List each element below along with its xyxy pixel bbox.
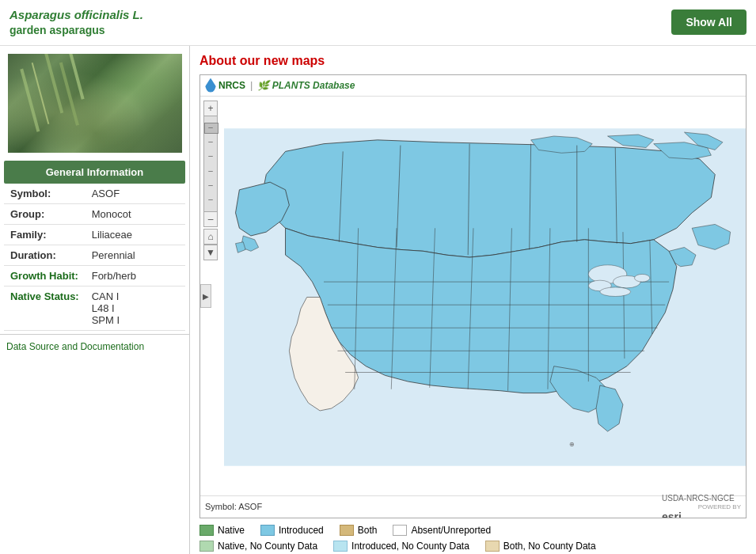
info-table-body: Symbol:ASOFGroup:MonocotFamily:Liliaceae… [4,184,185,331]
plant-image [8,54,182,153]
plants-db-logo: 🌿 PLANTS Database [257,80,355,91]
info-table-row: Duration:Perennial [4,245,185,265]
info-field-label: Duration: [4,245,85,265]
info-table-row: Family:Liliaceae [4,224,185,245]
legend-swatch-both-no-county [485,541,500,552]
nrcs-water-drop-icon [205,78,216,93]
legend-swatch-introduced-no-county [333,541,348,552]
main-content: General Information Symbol:ASOFGroup:Mon… [0,46,756,554]
legend-item-both-no-county: Both, No County Data [485,541,596,552]
legend-label-introduced: Introduced [279,525,324,536]
legend-swatch-native [199,525,214,536]
legend-swatch-absent [393,525,407,536]
legend-label-native: Native [218,525,245,536]
zoom-slider-track: – – – – – – [203,116,218,211]
north-america-map: ⊕ [224,101,746,494]
legend-label-both: Both [358,525,378,536]
map-svg-container[interactable]: ⊕ [224,101,746,494]
info-table-row: Native Status:CAN I L48 I SPM I [4,286,185,330]
map-symbol: Symbol: ASOF [205,502,262,511]
info-field-label: Growth Habit: [4,265,85,286]
zoom-marks: – – – – – – [204,116,217,211]
zoom-mark: – [204,181,217,189]
map-attribution: USDA-NRCS-NGCE POWERED BY esri [662,491,741,518]
map-logo-bar: NRCS | 🌿 PLANTS Database [200,75,746,97]
leaf-icon: 🌿 [257,80,269,91]
zoom-down-button[interactable]: ▼ [203,245,218,260]
svg-point-25 [634,274,649,282]
logo-separator: | [250,79,253,91]
title-block: Asparagus officinalis L. garden asparagu… [9,6,143,39]
legend-item-both: Both [340,525,378,536]
map-legend: NativeIntroducedBothAbsent/UnreportedNat… [199,518,747,552]
zoom-in-button[interactable]: + [203,101,218,116]
common-name: garden asparagus [9,23,143,39]
info-field-value: Perennial [85,245,185,265]
legend-item-native: Native [199,525,245,536]
zoom-mark: – [204,167,217,175]
zoom-controls: + – – – – – – – ⌂ ▼ [203,101,218,260]
legend-item-native-no-county: Native, No County Data [199,541,317,552]
zoom-mark: – [204,195,217,203]
map-title: About our new maps [199,54,747,68]
show-all-button[interactable]: Show All [671,9,747,35]
info-table-row: Group:Monocot [4,203,185,224]
attribution-text: USDA-NRCS-NGCE [662,494,735,503]
page-header: Asparagus officinalis L. garden asparagu… [0,0,756,46]
info-field-value: CAN I L48 I SPM I [85,286,185,330]
info-field-value: Monocot [85,203,185,224]
legend-swatch-introduced [260,525,275,536]
nrcs-label: NRCS [218,80,245,91]
legend-label-introduced-no-county: Introduced, No County Data [351,541,469,552]
zoom-mark: – [204,123,217,131]
info-table-row: Symbol:ASOF [4,184,185,204]
legend-label-absent: Absent/Unreported [411,525,491,536]
zoom-out-button[interactable]: – [203,211,218,227]
legend-swatch-native-no-county [199,541,214,552]
info-table-row: Growth Habit:Forb/herb [4,265,185,286]
data-source-link[interactable]: Data Source and Documentation [0,334,189,359]
map-frame: NRCS | 🌿 PLANTS Database + – – – – [199,74,747,518]
map-container: About our new maps NRCS | 🌿 PLANTS Datab… [190,46,756,554]
legend-label-both-no-county: Both, No County Data [503,541,596,552]
legend-item-absent: Absent/Unreported [393,525,491,536]
general-info-header: General Information [4,161,185,184]
info-field-label: Family: [4,224,85,245]
info-field-value: ASOF [85,184,185,204]
legend-item-introduced-no-county: Introduced, No County Data [333,541,469,552]
esri-logo: POWERED BY esri [662,503,741,518]
info-table: Symbol:ASOFGroup:MonocotFamily:Liliaceae… [4,184,185,331]
zoom-mark: – [204,138,217,146]
svg-point-24 [600,286,631,296]
scientific-name: Asparagus officinalis L. [9,6,143,23]
info-field-value: Liliaceae [85,224,185,245]
legend-swatch-both [340,525,354,536]
nrcs-logo: NRCS [205,78,245,93]
map-bottom-bar: Symbol: ASOF USDA-NRCS-NGCE POWERED BY e… [200,495,746,518]
info-field-label: Native Status: [4,286,85,330]
powered-by-label: POWERED BY [662,503,741,510]
svg-text:⊕: ⊕ [569,441,575,448]
expand-map-button[interactable]: ▶ [200,284,211,308]
info-field-value: Forb/herb [85,265,185,286]
legend-label-native-no-county: Native, No County Data [218,541,317,552]
legend-item-introduced: Introduced [260,525,324,536]
plants-label: PLANTS Database [272,80,355,91]
sidebar: General Information Symbol:ASOFGroup:Mon… [0,46,190,554]
zoom-mark: – [204,152,217,160]
info-field-label: Group: [4,203,85,224]
zoom-home-button[interactable]: ⌂ [203,229,218,245]
info-field-label: Symbol: [4,184,85,204]
